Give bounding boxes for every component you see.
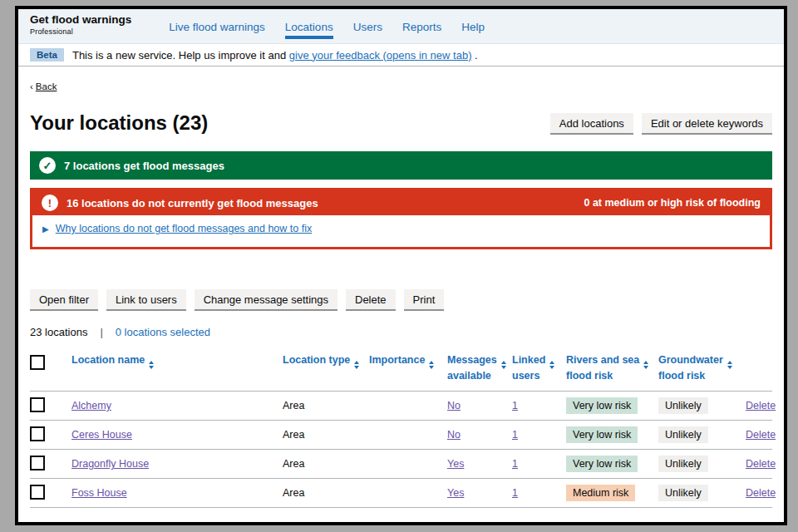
table-toolbar: Open filter Link to users Change message… <box>30 289 772 309</box>
why-no-messages-link[interactable]: Why locations do not get flood messages … <box>56 223 313 234</box>
table-row: Ceres House Area No 1 Very low risk Unli… <box>30 421 772 450</box>
location-type: Area <box>283 400 369 411</box>
row-checkbox[interactable] <box>30 397 45 412</box>
sort-icon <box>643 361 648 369</box>
edit-keywords-button[interactable]: Edit or delete keywords <box>642 113 772 133</box>
warning-banner-details: ▶ Why locations do not get flood message… <box>32 215 770 247</box>
location-type: Area <box>283 429 369 441</box>
main-nav: Live flood warnings Locations Users Repo… <box>169 9 485 43</box>
warning-banner-head: ! 16 locations do not currently get floo… <box>32 190 770 215</box>
add-locations-button[interactable]: Add locations <box>550 113 633 133</box>
phase-banner: Beta This is a new service. Help us impr… <box>18 44 784 66</box>
change-message-settings-button[interactable]: Change message settings <box>195 289 337 309</box>
locations-count: 23 locations <box>30 326 87 338</box>
success-banner-text: 7 locations get flood messages <box>64 160 224 172</box>
messages-available-link[interactable]: Yes <box>447 458 464 470</box>
rivers-risk-badge: Very low risk <box>566 397 638 414</box>
groundwater-risk-badge: Unlikely <box>658 485 708 501</box>
app-window: Get flood warnings Professional Live flo… <box>15 6 787 525</box>
location-name-link[interactable]: Ceres House <box>71 429 132 441</box>
phase-text: This is a new service. Help us improve i… <box>72 49 286 62</box>
header-importance[interactable]: Importance <box>369 353 447 369</box>
success-banner: ✓ 7 locations get flood messages <box>30 151 772 180</box>
nav-locations[interactable]: Locations <box>285 9 333 43</box>
back-link-label: Back <box>36 81 57 91</box>
location-type: Area <box>283 487 369 499</box>
delete-button[interactable]: Delete <box>346 289 396 309</box>
location-name-link[interactable]: Alchemy <box>71 400 111 411</box>
feedback-link[interactable]: give your feedback (opens in new tab) <box>289 49 472 62</box>
beta-tag: Beta <box>30 48 64 62</box>
location-name-link[interactable]: Foss House <box>71 487 127 499</box>
sort-icon <box>354 361 359 369</box>
linked-users-link[interactable]: 1 <box>512 429 518 441</box>
nav-help[interactable]: Help <box>461 9 485 43</box>
groundwater-risk-badge: Unlikely <box>658 456 708 472</box>
warning-banner-text: 16 locations do not currently get flood … <box>66 197 318 209</box>
table-row: Alchemy Area No 1 Very low risk Unlikely… <box>30 392 772 421</box>
header-groundwater-risk[interactable]: Groundwaterflood risk <box>658 353 746 382</box>
header-rivers-sea-risk[interactable]: Rivers and seaflood risk <box>566 353 658 382</box>
rivers-risk-badge: Very low risk <box>566 426 638 443</box>
page-title: Your locations (23) <box>30 111 208 135</box>
nav-live-flood-warnings[interactable]: Live flood warnings <box>169 9 265 43</box>
row-checkbox[interactable] <box>30 426 45 441</box>
messages-available-link[interactable]: No <box>447 429 461 441</box>
delete-row-link[interactable]: Delete <box>746 487 776 499</box>
sort-icon <box>727 361 732 369</box>
linked-users-link[interactable]: 1 <box>512 487 518 499</box>
service-tier: Professional <box>30 27 131 36</box>
locations-table: Location name Location type Importance M… <box>30 350 772 508</box>
delete-row-link[interactable]: Delete <box>746 458 776 470</box>
service-header: Get flood warnings Professional Live flo… <box>18 9 784 44</box>
open-filter-button[interactable]: Open filter <box>30 289 98 309</box>
table-row: Foss House Area Yes 1 Medium risk Unlike… <box>30 479 772 508</box>
disclosure-triangle-icon: ▶ <box>42 224 49 234</box>
table-row: Dragonfly House Area Yes 1 Very low risk… <box>30 450 772 479</box>
row-checkbox[interactable] <box>30 456 45 470</box>
service-identity: Get flood warnings Professional <box>30 9 131 43</box>
warning-banner: ! 16 locations do not currently get floo… <box>30 188 772 249</box>
success-check-icon: ✓ <box>39 157 56 174</box>
rivers-risk-badge: Medium risk <box>566 485 635 501</box>
sort-icon <box>501 361 506 369</box>
sort-icon <box>549 361 554 369</box>
table-header-row: Location name Location type Importance M… <box>30 350 772 392</box>
service-name: Get flood warnings <box>30 13 131 26</box>
header-location-type[interactable]: Location type <box>283 353 369 369</box>
print-button[interactable]: Print <box>404 289 445 309</box>
sort-icon <box>149 361 154 369</box>
chevron-left-icon: ‹ <box>30 81 33 91</box>
linked-users-link[interactable]: 1 <box>512 458 518 470</box>
header-checkbox-cell <box>30 353 71 373</box>
location-name-link[interactable]: Dragonfly House <box>71 458 149 470</box>
select-all-checkbox[interactable] <box>30 355 45 370</box>
messages-available-link[interactable]: Yes <box>447 487 464 499</box>
row-checkbox[interactable] <box>30 485 45 500</box>
summary-divider: | <box>100 326 102 338</box>
header-location-name[interactable]: Location name <box>71 353 283 369</box>
nav-users[interactable]: Users <box>353 9 382 43</box>
header-linked-users[interactable]: Linkedusers <box>512 353 566 382</box>
messages-available-link[interactable]: No <box>447 400 461 411</box>
warning-exclamation-icon: ! <box>42 195 58 211</box>
page-actions: Add locations Edit or delete keywords <box>550 113 772 133</box>
groundwater-risk-badge: Unlikely <box>658 397 708 414</box>
linked-users-link[interactable]: 1 <box>512 400 518 411</box>
back-link[interactable]: ‹Back <box>30 81 57 91</box>
rivers-risk-badge: Very low risk <box>566 456 638 472</box>
delete-row-link[interactable]: Delete <box>746 429 776 441</box>
sort-icon <box>429 361 434 369</box>
nav-reports[interactable]: Reports <box>402 9 441 43</box>
groundwater-risk-badge: Unlikely <box>658 426 708 443</box>
header-messages-available[interactable]: Messagesavailable <box>447 353 512 382</box>
link-to-users-button[interactable]: Link to users <box>106 289 186 309</box>
phase-suffix: . <box>475 49 478 62</box>
warning-banner-risk-count: 0 at medium or high risk of flooding <box>584 197 761 209</box>
selection-summary: 23 locations | 0 locations selected <box>30 326 772 338</box>
back-link-row: ‹Back <box>30 81 772 91</box>
phase-banner-text: This is a new service. Help us improve i… <box>72 49 478 62</box>
locations-selected-link[interactable]: 0 locations selected <box>116 326 210 338</box>
delete-row-link[interactable]: Delete <box>746 400 776 411</box>
title-row: Your locations (23) Add locations Edit o… <box>30 111 772 135</box>
